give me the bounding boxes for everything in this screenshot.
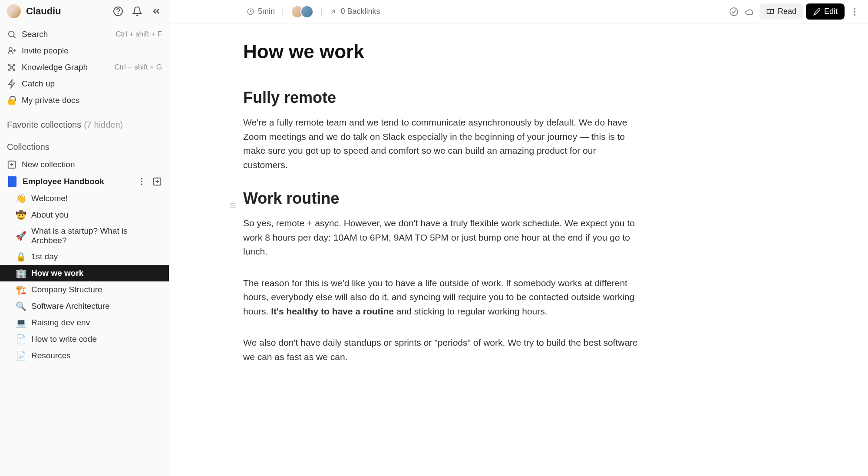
doc-list: 👋Welcome!🤠About you🚀What is a startup? W…: [0, 190, 169, 364]
doc-emoji-icon: 🏢: [16, 268, 26, 278]
doc-item[interactable]: 👋Welcome!: [0, 190, 169, 207]
doc-label: Software Architecture: [31, 301, 110, 311]
favorites-heading[interactable]: Favorite collections (7 hidden): [0, 112, 169, 134]
doc-emoji-icon: 🤠: [16, 210, 26, 220]
svg-point-6: [9, 69, 10, 71]
backlinks-count: 0 Backlinks: [340, 7, 380, 16]
document-content: How we work Fully remote We're a fully r…: [169, 23, 868, 476]
svg-point-18: [854, 14, 855, 16]
section-heading-routine[interactable]: Work routine: [243, 189, 859, 208]
svg-point-17: [854, 11, 855, 13]
edit-label: Edit: [824, 7, 838, 16]
sidebar-item-search[interactable]: Search Ctrl + shift + F: [0, 26, 169, 43]
more-icon[interactable]: [137, 177, 146, 186]
bold-text: It's healthy to have a routine: [271, 306, 394, 316]
main: 5min | | 0 Backlinks: [169, 0, 868, 476]
paragraph[interactable]: We also don't have daily standups or spr…: [243, 336, 638, 364]
sidebar-item-label: Search: [22, 30, 110, 39]
pen-icon: [813, 8, 821, 16]
svg-point-2: [9, 31, 14, 37]
sidebar-item-label: My private docs: [22, 96, 162, 105]
lock-icon: [7, 96, 17, 105]
add-doc-icon[interactable]: [152, 177, 162, 186]
collection-employee-handbook[interactable]: Employee Handbook: [0, 173, 169, 190]
doc-item[interactable]: 🤠About you: [0, 207, 169, 223]
read-time-value: 5min: [258, 7, 275, 16]
sidebar-item-label: Knowledge Graph: [22, 63, 109, 72]
check-circle-icon[interactable]: [728, 6, 739, 17]
text: and sticking to regular working hours.: [394, 306, 548, 316]
more-icon[interactable]: [849, 6, 860, 17]
backlink-icon: [329, 8, 337, 16]
drag-handle-icon[interactable]: [228, 195, 237, 214]
sidebar-item-catchup[interactable]: Catch up: [0, 76, 169, 92]
collection-label: Employee Handbook: [23, 177, 132, 186]
section-heading-remote[interactable]: Fully remote: [243, 89, 859, 107]
doc-label: How we work: [31, 268, 83, 278]
new-collection-button[interactable]: New collection: [0, 156, 169, 173]
doc-item[interactable]: 🔒1st day: [0, 248, 169, 265]
paragraph[interactable]: The reason for this is we'd like you to …: [243, 276, 638, 319]
collaborator-avatars[interactable]: [291, 5, 314, 18]
read-mode-button[interactable]: Read: [759, 3, 803, 20]
topbar: 5min | | 0 Backlinks: [169, 0, 868, 23]
sidebar-item-label: Invite people: [22, 46, 162, 56]
paragraph[interactable]: So yes, remote + async. However, we don'…: [243, 216, 638, 259]
doc-item[interactable]: 🏢How we work: [0, 265, 169, 281]
doc-label: How to write code: [31, 334, 97, 344]
doc-title[interactable]: How we work: [243, 41, 859, 63]
separator: |: [318, 7, 325, 16]
svg-point-16: [854, 8, 855, 10]
search-icon: [7, 30, 17, 39]
shortcut-hint: Ctrl + shift + F: [116, 30, 162, 39]
doc-emoji-icon: 🚀: [16, 231, 26, 241]
svg-point-5: [13, 64, 15, 66]
doc-emoji-icon: 🏗️: [16, 284, 26, 295]
cloud-icon[interactable]: [744, 6, 755, 17]
shortcut-hint: Ctrl + shift + G: [114, 63, 162, 72]
collections-label: Collections: [7, 142, 50, 152]
user-name[interactable]: Claudiu: [26, 6, 107, 17]
collapse-sidebar-icon[interactable]: [151, 6, 162, 17]
svg-point-15: [730, 8, 738, 16]
avatar: [300, 5, 314, 18]
doc-emoji-icon: 🔍: [16, 301, 26, 311]
sidebar-item-invite[interactable]: Invite people: [0, 43, 169, 59]
doc-label: Welcome!: [31, 194, 68, 203]
doc-item[interactable]: 🏗️Company Structure: [0, 281, 169, 298]
doc-item[interactable]: 📄Resources: [0, 347, 169, 364]
backlinks[interactable]: 0 Backlinks: [329, 7, 380, 16]
doc-item[interactable]: 💻Raising dev env: [0, 314, 169, 331]
plus-square-icon: [7, 160, 17, 169]
graph-icon: [7, 63, 17, 72]
doc-emoji-icon: 📄: [16, 334, 26, 344]
doc-emoji-icon: 👋: [16, 193, 26, 204]
doc-label: Resources: [31, 351, 71, 360]
paragraph[interactable]: We're a fully remote team and we tend to…: [243, 116, 638, 172]
sidebar-item-private[interactable]: My private docs: [0, 92, 169, 109]
doc-label: Raising dev env: [31, 318, 90, 327]
doc-item[interactable]: 📄How to write code: [0, 331, 169, 347]
svg-point-1: [118, 13, 119, 14]
invite-icon: [7, 46, 17, 56]
sidebar-item-label: Catch up: [22, 79, 162, 89]
doc-label: 1st day: [31, 252, 58, 261]
doc-item[interactable]: 🔍Software Architecture: [0, 298, 169, 314]
svg-point-11: [141, 181, 142, 182]
book-open-icon: [766, 8, 774, 16]
doc-emoji-icon: 💻: [16, 317, 26, 328]
doc-label: About you: [31, 210, 69, 220]
svg-point-8: [11, 66, 13, 68]
bell-icon[interactable]: [132, 6, 143, 17]
read-label: Read: [778, 7, 796, 16]
doc-item[interactable]: 🚀What is a startup? What is Archbee?: [0, 223, 169, 248]
svg-point-7: [13, 69, 15, 71]
svg-point-12: [141, 184, 142, 185]
help-icon[interactable]: [112, 6, 124, 17]
svg-point-3: [9, 48, 12, 51]
sidebar-item-graph[interactable]: Knowledge Graph Ctrl + shift + G: [0, 59, 169, 76]
edit-mode-button[interactable]: Edit: [806, 3, 845, 20]
book-icon: [7, 176, 17, 187]
user-avatar[interactable]: [7, 4, 21, 18]
read-time: 5min: [247, 7, 275, 16]
